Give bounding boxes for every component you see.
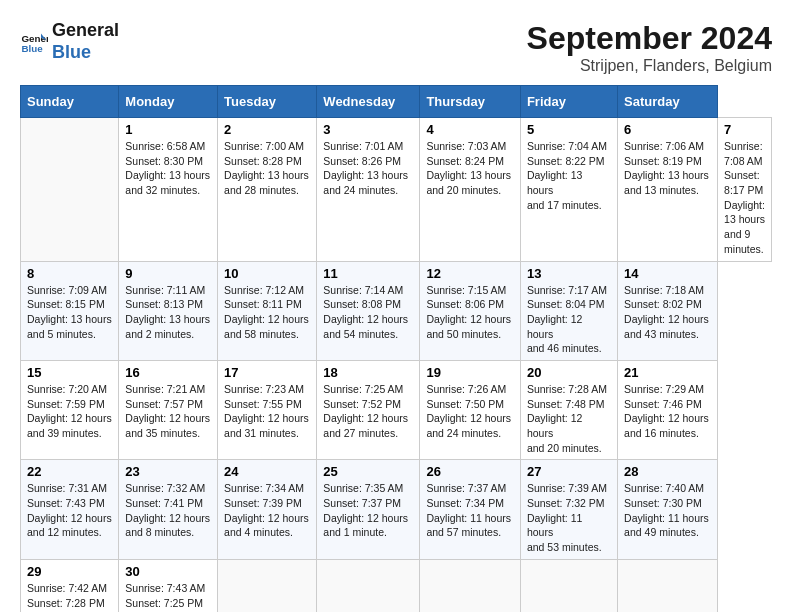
day-info: Sunrise: 7:25 AMSunset: 7:52 PMDaylight:…	[323, 382, 413, 441]
calendar-day-cell: 28Sunrise: 7:40 AMSunset: 7:30 PMDayligh…	[618, 460, 718, 559]
logo-icon: General Blue	[20, 28, 48, 56]
day-info: Sunrise: 7:04 AMSunset: 8:22 PMDaylight:…	[527, 139, 611, 212]
day-header-thursday: Thursday	[420, 86, 521, 118]
day-info: Sunrise: 7:31 AMSunset: 7:43 PMDaylight:…	[27, 481, 112, 540]
day-info: Sunrise: 7:21 AMSunset: 7:57 PMDaylight:…	[125, 382, 211, 441]
day-info: Sunrise: 7:23 AMSunset: 7:55 PMDaylight:…	[224, 382, 310, 441]
day-number: 28	[624, 464, 711, 479]
day-header-tuesday: Tuesday	[218, 86, 317, 118]
day-number: 6	[624, 122, 711, 137]
calendar-day-cell	[618, 559, 718, 612]
calendar-week-1: 8Sunrise: 7:09 AMSunset: 8:15 PMDaylight…	[21, 261, 772, 360]
calendar-day-cell: 13Sunrise: 7:17 AMSunset: 8:04 PMDayligh…	[520, 261, 617, 360]
logo-general: General	[52, 20, 119, 42]
day-header-saturday: Saturday	[618, 86, 718, 118]
calendar-day-cell: 20Sunrise: 7:28 AMSunset: 7:48 PMDayligh…	[520, 360, 617, 459]
day-number: 11	[323, 266, 413, 281]
calendar-empty-cell	[21, 118, 119, 262]
calendar-day-cell: 30Sunrise: 7:43 AMSunset: 7:25 PMDayligh…	[119, 559, 218, 612]
day-number: 5	[527, 122, 611, 137]
calendar-week-3: 22Sunrise: 7:31 AMSunset: 7:43 PMDayligh…	[21, 460, 772, 559]
day-info: Sunrise: 7:20 AMSunset: 7:59 PMDaylight:…	[27, 382, 112, 441]
day-info: Sunrise: 7:14 AMSunset: 8:08 PMDaylight:…	[323, 283, 413, 342]
svg-text:Blue: Blue	[21, 42, 43, 53]
day-number: 18	[323, 365, 413, 380]
day-number: 17	[224, 365, 310, 380]
calendar-day-cell	[317, 559, 420, 612]
calendar-day-cell: 23Sunrise: 7:32 AMSunset: 7:41 PMDayligh…	[119, 460, 218, 559]
day-number: 9	[125, 266, 211, 281]
day-info: Sunrise: 7:08 AMSunset: 8:17 PMDaylight:…	[724, 139, 765, 257]
day-number: 4	[426, 122, 514, 137]
day-info: Sunrise: 7:34 AMSunset: 7:39 PMDaylight:…	[224, 481, 310, 540]
day-number: 12	[426, 266, 514, 281]
day-info: Sunrise: 7:42 AMSunset: 7:28 PMDaylight:…	[27, 581, 112, 612]
day-info: Sunrise: 7:29 AMSunset: 7:46 PMDaylight:…	[624, 382, 711, 441]
calendar-day-cell: 14Sunrise: 7:18 AMSunset: 8:02 PMDayligh…	[618, 261, 718, 360]
calendar-week-4: 29Sunrise: 7:42 AMSunset: 7:28 PMDayligh…	[21, 559, 772, 612]
day-number: 22	[27, 464, 112, 479]
calendar-day-cell: 15Sunrise: 7:20 AMSunset: 7:59 PMDayligh…	[21, 360, 119, 459]
day-info: Sunrise: 7:06 AMSunset: 8:19 PMDaylight:…	[624, 139, 711, 198]
calendar-day-cell: 3Sunrise: 7:01 AMSunset: 8:26 PMDaylight…	[317, 118, 420, 262]
calendar-day-cell	[520, 559, 617, 612]
title-area: September 2024 Strijpen, Flanders, Belgi…	[527, 20, 772, 75]
calendar-week-2: 15Sunrise: 7:20 AMSunset: 7:59 PMDayligh…	[21, 360, 772, 459]
day-info: Sunrise: 7:12 AMSunset: 8:11 PMDaylight:…	[224, 283, 310, 342]
day-header-wednesday: Wednesday	[317, 86, 420, 118]
day-info: Sunrise: 7:01 AMSunset: 8:26 PMDaylight:…	[323, 139, 413, 198]
day-info: Sunrise: 7:40 AMSunset: 7:30 PMDaylight:…	[624, 481, 711, 540]
calendar-day-cell	[420, 559, 521, 612]
day-number: 29	[27, 564, 112, 579]
calendar-day-cell	[218, 559, 317, 612]
calendar-day-cell: 11Sunrise: 7:14 AMSunset: 8:08 PMDayligh…	[317, 261, 420, 360]
calendar-day-cell: 4Sunrise: 7:03 AMSunset: 8:24 PMDaylight…	[420, 118, 521, 262]
day-number: 15	[27, 365, 112, 380]
day-info: Sunrise: 7:17 AMSunset: 8:04 PMDaylight:…	[527, 283, 611, 356]
calendar-day-cell: 29Sunrise: 7:42 AMSunset: 7:28 PMDayligh…	[21, 559, 119, 612]
day-info: Sunrise: 7:18 AMSunset: 8:02 PMDaylight:…	[624, 283, 711, 342]
calendar-day-cell: 5Sunrise: 7:04 AMSunset: 8:22 PMDaylight…	[520, 118, 617, 262]
day-number: 23	[125, 464, 211, 479]
day-info: Sunrise: 7:43 AMSunset: 7:25 PMDaylight:…	[125, 581, 211, 612]
calendar-day-cell: 24Sunrise: 7:34 AMSunset: 7:39 PMDayligh…	[218, 460, 317, 559]
day-number: 16	[125, 365, 211, 380]
calendar-day-cell: 22Sunrise: 7:31 AMSunset: 7:43 PMDayligh…	[21, 460, 119, 559]
day-number: 8	[27, 266, 112, 281]
day-number: 25	[323, 464, 413, 479]
day-number: 14	[624, 266, 711, 281]
day-info: Sunrise: 7:37 AMSunset: 7:34 PMDaylight:…	[426, 481, 514, 540]
location-title: Strijpen, Flanders, Belgium	[527, 57, 772, 75]
calendar-day-cell: 16Sunrise: 7:21 AMSunset: 7:57 PMDayligh…	[119, 360, 218, 459]
day-number: 1	[125, 122, 211, 137]
day-number: 27	[527, 464, 611, 479]
day-header-monday: Monday	[119, 86, 218, 118]
day-number: 19	[426, 365, 514, 380]
calendar-day-cell: 8Sunrise: 7:09 AMSunset: 8:15 PMDaylight…	[21, 261, 119, 360]
calendar-day-cell: 19Sunrise: 7:26 AMSunset: 7:50 PMDayligh…	[420, 360, 521, 459]
calendar-day-cell: 6Sunrise: 7:06 AMSunset: 8:19 PMDaylight…	[618, 118, 718, 262]
calendar-day-cell: 26Sunrise: 7:37 AMSunset: 7:34 PMDayligh…	[420, 460, 521, 559]
day-header-sunday: Sunday	[21, 86, 119, 118]
page-header: General Blue General Blue September 2024…	[20, 20, 772, 75]
day-info: Sunrise: 7:39 AMSunset: 7:32 PMDaylight:…	[527, 481, 611, 554]
day-header-friday: Friday	[520, 86, 617, 118]
day-info: Sunrise: 7:26 AMSunset: 7:50 PMDaylight:…	[426, 382, 514, 441]
calendar-day-cell: 21Sunrise: 7:29 AMSunset: 7:46 PMDayligh…	[618, 360, 718, 459]
day-number: 7	[724, 122, 765, 137]
calendar-day-cell: 9Sunrise: 7:11 AMSunset: 8:13 PMDaylight…	[119, 261, 218, 360]
day-number: 13	[527, 266, 611, 281]
calendar-header-row: SundayMondayTuesdayWednesdayThursdayFrid…	[21, 86, 772, 118]
day-info: Sunrise: 7:11 AMSunset: 8:13 PMDaylight:…	[125, 283, 211, 342]
logo: General Blue General Blue	[20, 20, 119, 63]
day-info: Sunrise: 7:09 AMSunset: 8:15 PMDaylight:…	[27, 283, 112, 342]
calendar-day-cell: 12Sunrise: 7:15 AMSunset: 8:06 PMDayligh…	[420, 261, 521, 360]
day-number: 10	[224, 266, 310, 281]
calendar-day-cell: 25Sunrise: 7:35 AMSunset: 7:37 PMDayligh…	[317, 460, 420, 559]
calendar-day-cell: 2Sunrise: 7:00 AMSunset: 8:28 PMDaylight…	[218, 118, 317, 262]
month-title: September 2024	[527, 20, 772, 57]
calendar-day-cell: 17Sunrise: 7:23 AMSunset: 7:55 PMDayligh…	[218, 360, 317, 459]
calendar-day-cell: 7Sunrise: 7:08 AMSunset: 8:17 PMDaylight…	[718, 118, 772, 262]
day-info: Sunrise: 7:03 AMSunset: 8:24 PMDaylight:…	[426, 139, 514, 198]
calendar-table: SundayMondayTuesdayWednesdayThursdayFrid…	[20, 85, 772, 612]
